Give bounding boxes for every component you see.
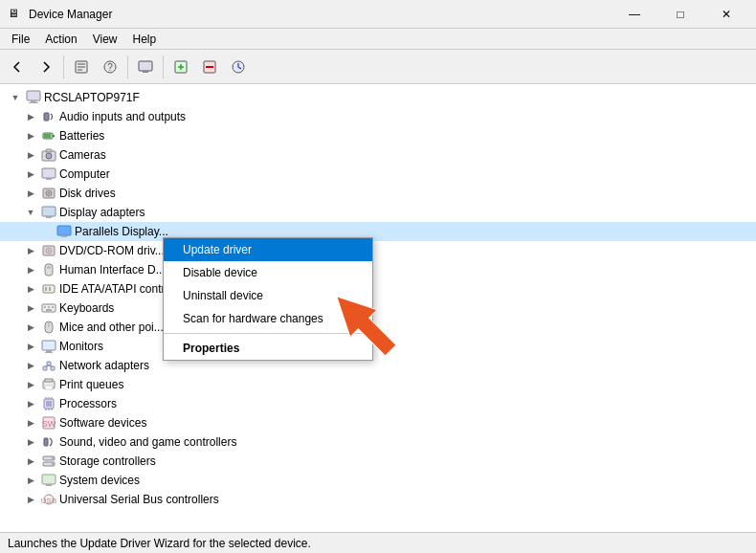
- expand-system[interactable]: ▶: [23, 473, 38, 488]
- toolbar-forward[interactable]: [33, 54, 59, 80]
- tree-monitors[interactable]: ▶ Monitors: [0, 337, 756, 356]
- tree-audio[interactable]: ▶ Audio inputs and outputs: [0, 107, 756, 126]
- svg-rect-28: [57, 226, 71, 235]
- menu-view[interactable]: View: [85, 31, 125, 48]
- expand-diskdrives[interactable]: ▶: [23, 186, 38, 201]
- expand-cameras[interactable]: ▶: [23, 147, 38, 163]
- expand-software[interactable]: ▶: [23, 415, 38, 431]
- tree-storage[interactable]: ▶ Storage controllers: [0, 452, 756, 471]
- svg-rect-49: [47, 362, 51, 365]
- maximize-button[interactable]: □: [658, 0, 702, 29]
- menu-action[interactable]: Action: [37, 31, 84, 48]
- audio-icon: [41, 109, 56, 124]
- toolbar-update[interactable]: [225, 54, 252, 80]
- ide-icon: [41, 281, 56, 297]
- toolbar-help[interactable]: ?: [97, 54, 123, 80]
- close-button[interactable]: ✕: [704, 0, 748, 29]
- parallels-icon: [56, 224, 72, 239]
- menu-file[interactable]: File: [4, 31, 37, 48]
- svg-rect-21: [42, 168, 56, 178]
- svg-rect-17: [44, 134, 51, 138]
- expand-ide[interactable]: ▶: [23, 281, 38, 297]
- toolbar-back[interactable]: [4, 54, 31, 80]
- mice-icon: [41, 320, 56, 335]
- hid-label: Human Interface D...: [59, 263, 166, 276]
- tree-mice[interactable]: ▶ Mice and other poi...: [0, 318, 756, 337]
- svg-rect-55: [45, 386, 53, 389]
- tree-print[interactable]: ▶ Print queues: [0, 375, 756, 394]
- expand-usb[interactable]: ▶: [23, 492, 38, 507]
- tree-dvd[interactable]: ▶ DVD/CD-ROM driv...: [0, 241, 756, 260]
- tree-usb[interactable]: ▶ USB Universal Serial Bus controllers: [0, 490, 756, 509]
- battery-icon: [41, 128, 56, 144]
- expand-dvd[interactable]: ▶: [23, 243, 38, 258]
- monitors-label: Monitors: [59, 340, 103, 353]
- svg-text:USB: USB: [41, 497, 56, 505]
- title-bar: 🖥 Device Manager — □ ✕: [0, 0, 756, 29]
- tree-cameras[interactable]: ▶ Cameras: [0, 145, 756, 165]
- toolbar-remove[interactable]: [196, 54, 223, 80]
- ide-label: IDE ATA/ATAPI contr...: [59, 282, 174, 296]
- tree-displayadapters[interactable]: ▼ Display adapters: [0, 203, 756, 222]
- tree-system[interactable]: ▶ System devices: [0, 471, 756, 490]
- displayadapters-label: Display adapters: [59, 206, 145, 219]
- expand-processors[interactable]: ▶: [23, 396, 38, 411]
- tree-view[interactable]: ▼ RCSLAPTOP971F ▶ Audio inputs and outpu…: [0, 84, 756, 532]
- ctx-uninstall-device[interactable]: Uninstall device: [164, 284, 372, 307]
- svg-rect-72: [46, 484, 52, 486]
- svg-rect-71: [42, 475, 56, 484]
- expand-root[interactable]: ▼: [8, 90, 23, 105]
- menu-help[interactable]: Help: [125, 31, 165, 48]
- svg-line-51: [45, 365, 49, 366]
- tree-parallels[interactable]: Parallels Display...: [0, 222, 756, 241]
- storage-icon: [41, 453, 56, 469]
- toolbar-computer[interactable]: [132, 54, 159, 80]
- toolbar-scan[interactable]: [167, 54, 194, 80]
- expand-storage[interactable]: ▶: [23, 453, 38, 469]
- expand-sound[interactable]: ▶: [23, 434, 38, 450]
- tree-computer[interactable]: ▶ Computer: [0, 165, 756, 184]
- ctx-properties[interactable]: Properties: [164, 337, 372, 360]
- expand-mice[interactable]: ▶: [23, 320, 38, 335]
- title-controls: — □ ✕: [612, 0, 748, 29]
- tree-software[interactable]: ▶ SW Software devices: [0, 413, 756, 432]
- usb-icon: USB: [41, 492, 56, 507]
- tree-network[interactable]: ▶ Network adapters: [0, 356, 756, 375]
- tree-batteries[interactable]: ▶ Batteries: [0, 126, 756, 145]
- expand-audio[interactable]: ▶: [23, 109, 38, 124]
- ctx-scan-label: Scan for hardware changes: [183, 312, 323, 325]
- monitors-icon: [41, 339, 56, 354]
- expand-print[interactable]: ▶: [23, 377, 38, 392]
- expand-computer[interactable]: ▶: [23, 166, 38, 182]
- storage-label: Storage controllers: [59, 454, 156, 468]
- svg-rect-16: [53, 135, 55, 137]
- status-bar: Launches the Update Driver Wizard for th…: [0, 532, 756, 553]
- tree-diskdrives[interactable]: ▶ Disk drives: [0, 184, 756, 203]
- expand-batteries[interactable]: ▶: [23, 128, 38, 144]
- expand-network[interactable]: ▶: [23, 358, 38, 373]
- batteries-label: Batteries: [59, 129, 104, 143]
- title-bar-left: 🖥 Device Manager: [8, 7, 112, 22]
- tree-processors[interactable]: ▶ Processors: [0, 394, 756, 413]
- expand-displayadapters[interactable]: ▼: [23, 205, 38, 220]
- tree-root[interactable]: ▼ RCSLAPTOP971F: [0, 88, 756, 107]
- expand-hid[interactable]: ▶: [23, 262, 38, 277]
- ctx-scan-hardware[interactable]: Scan for hardware changes: [164, 307, 372, 330]
- ctx-disable-device[interactable]: Disable device: [164, 261, 372, 284]
- toolbar-properties[interactable]: [68, 54, 95, 80]
- keyboard-icon: [41, 300, 56, 316]
- tree-sound[interactable]: ▶ Sound, video and game controllers: [0, 432, 756, 452]
- tree-ide[interactable]: ▶ IDE ATA/ATAPI contr...: [0, 279, 756, 299]
- expand-monitors[interactable]: ▶: [23, 339, 38, 354]
- svg-rect-6: [139, 61, 152, 71]
- svg-rect-37: [49, 287, 51, 291]
- app-icon: 🖥: [8, 7, 23, 22]
- ctx-update-driver[interactable]: Update driver: [164, 238, 372, 261]
- tree-keyboards[interactable]: ▶ Keyboards: [0, 299, 756, 318]
- expand-keyboards[interactable]: ▶: [23, 300, 38, 316]
- svg-rect-57: [46, 401, 52, 407]
- print-label: Print queues: [59, 378, 123, 391]
- minimize-button[interactable]: —: [612, 0, 656, 29]
- expand-parallels: [38, 224, 54, 239]
- tree-hid[interactable]: ▶ Human Interface D...: [0, 260, 756, 279]
